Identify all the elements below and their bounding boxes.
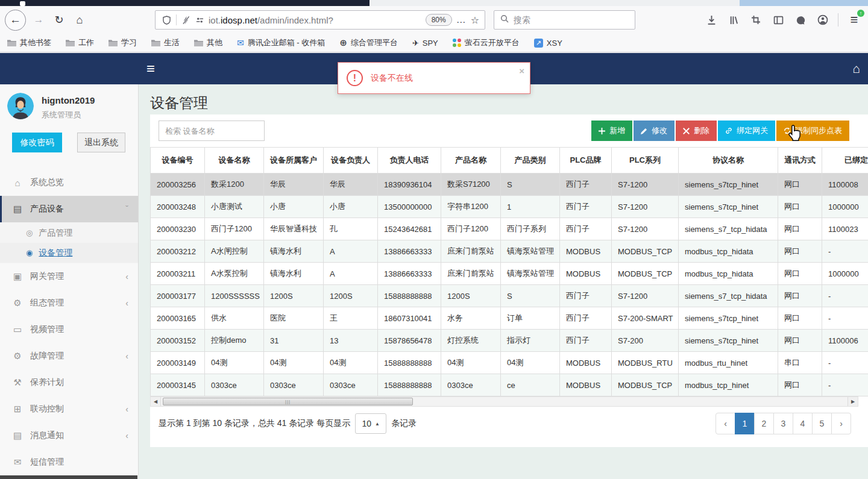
sidebar-toggle-icon[interactable] xyxy=(770,11,787,28)
user-panel: hignton2019 系统管理员 xyxy=(0,84,138,121)
device-search-input[interactable] xyxy=(159,121,265,141)
pagination-page[interactable]: 3 xyxy=(773,413,793,434)
bookmark-item[interactable]: 工作 xyxy=(66,37,94,48)
bookmark-item[interactable]: 萤石云开放平台 xyxy=(453,37,520,48)
sidebar-item[interactable]: ▤产品设备ˇ xyxy=(0,196,138,222)
toolbar-button[interactable]: 新增 xyxy=(591,121,632,141)
refresh-icon xyxy=(784,127,791,134)
table-row[interactable]: 200003165供水医院王18607310041水务订单西门子S7-200-S… xyxy=(151,307,868,330)
zoom-level-badge[interactable]: 80% xyxy=(426,14,452,26)
scroll-right-icon[interactable]: ▶ xyxy=(848,397,858,406)
sidebar-menu: ⌂系统总览▤产品设备ˇ◎产品管理◉设备管理▣网关管理‹⚙组态管理‹▭视频管理⚙故… xyxy=(0,169,138,475)
screenshot-icon[interactable] xyxy=(747,11,764,28)
toolbar-button[interactable]: 修改 xyxy=(634,121,675,141)
sidebar-item[interactable]: ⌂系统总览 xyxy=(0,169,138,196)
pencil-icon xyxy=(641,128,647,134)
page-size-select[interactable]: 10▲ xyxy=(355,413,386,434)
sidebar-collapse-icon[interactable]: ≡ xyxy=(146,61,155,77)
sidebar-item[interactable]: ⚙故障管理‹ xyxy=(0,343,138,369)
bookmark-item[interactable]: ↗XSY xyxy=(534,39,562,48)
bookmark-item[interactable]: 其他 xyxy=(194,37,222,48)
table-row[interactable]: 20000314904测04测04测1588888888804测04测MODBU… xyxy=(151,352,868,374)
change-password-button[interactable]: 修改密码 xyxy=(12,133,62,152)
bookmark-item[interactable]: 生活 xyxy=(151,37,180,48)
chevron-left-icon: ‹ xyxy=(125,431,128,440)
bookmark-item[interactable]: ✈SPY xyxy=(412,39,438,48)
download-icon[interactable] xyxy=(703,11,720,28)
table-cell: MODBUS_RTU xyxy=(612,352,679,374)
browser-search-input[interactable] xyxy=(514,15,610,25)
account-icon[interactable] xyxy=(814,11,831,28)
scroll-left-icon[interactable]: ◀ xyxy=(151,397,161,406)
table-row[interactable]: 200003212A水闸控制镇海水利A13886663333庶来门前泵站镇海泵站… xyxy=(151,240,868,263)
sidebar-item[interactable]: ⚙组态管理‹ xyxy=(0,290,138,316)
horizontal-scrollbar-thumb[interactable] xyxy=(0,475,137,479)
permissions-icon[interactable] xyxy=(195,11,204,28)
pagination-page[interactable]: 5 xyxy=(812,413,832,434)
menu-button[interactable]: ≡↑ xyxy=(845,11,863,29)
toolbar-button[interactable]: 删除 xyxy=(676,121,717,141)
sidebar-item[interactable]: ▤消息通知‹ xyxy=(0,422,138,449)
bookmark-item[interactable]: 学习 xyxy=(108,37,137,48)
sidebar-item[interactable]: ▣网关管理‹ xyxy=(0,263,138,290)
scrollbar-thumb[interactable]: ||| xyxy=(163,398,413,405)
sidebar-subitem[interactable]: ◎产品管理 xyxy=(0,223,138,243)
book-icon: ▤ xyxy=(12,204,23,214)
chevron-left-icon: ‹ xyxy=(125,272,128,281)
bookmark-item[interactable]: ✉腾讯企业邮箱 - 收件箱 xyxy=(237,37,325,48)
pagination-page[interactable]: 1 xyxy=(735,413,755,434)
pagination-page[interactable]: 2 xyxy=(754,413,774,434)
sidebar-item[interactable]: ⊞联动控制‹ xyxy=(0,396,138,422)
pagination-page[interactable]: 4 xyxy=(793,413,813,434)
table-row[interactable]: 200003248小唐测试小唐小唐13500000000字符串12001西门子S… xyxy=(151,196,868,218)
column-header: 通讯方式 xyxy=(778,148,822,174)
browser-home-button[interactable]: ⌂ xyxy=(71,11,89,29)
sidebar-subitem[interactable]: ◉设备管理 xyxy=(0,243,138,263)
reload-button[interactable]: ↻ xyxy=(50,11,68,29)
url-bar[interactable]: iot.idosp.net/admin/index.html? 80% … ☆ xyxy=(155,10,485,30)
page-size-value: 10 xyxy=(362,419,371,428)
close-icon[interactable]: × xyxy=(519,66,524,76)
table-row[interactable]: 200003211A水泵控制镇海水利A13886663333庶来门前泵站镇海泵站… xyxy=(151,263,868,285)
column-header: 协议名称 xyxy=(679,148,778,174)
table-row[interactable]: 200003152控制demo311315878656478灯控系统指示灯西门子… xyxy=(151,330,868,352)
site-home-icon[interactable]: ⌂ xyxy=(852,61,860,76)
table-cell: 15888888888 xyxy=(378,352,441,374)
column-header: 设备编号 xyxy=(151,148,205,174)
table-cell: S7-200 xyxy=(612,330,679,352)
pocket-icon[interactable] xyxy=(792,11,809,28)
table-row[interactable]: 2000031450303ce0303ce0303ce1588888888803… xyxy=(151,374,868,396)
blocked-content-icon[interactable] xyxy=(181,11,190,28)
url-domain: idosp.net xyxy=(221,15,257,25)
logout-button[interactable]: 退出系统 xyxy=(77,133,125,152)
url-text[interactable]: iot.idosp.net/admin/index.html? xyxy=(209,15,421,25)
device-table: 设备编号设备名称设备所属客户设备负责人负责人电话产品名称产品类别PLC品牌PLC… xyxy=(150,147,868,396)
back-button[interactable]: ← xyxy=(5,10,26,31)
browser-search-bar[interactable] xyxy=(494,10,635,30)
forward-button[interactable]: → xyxy=(30,11,48,29)
sidebar-item[interactable]: ⚒保养计划 xyxy=(0,369,138,396)
toolbar-button[interactable]: 强制同步点表 xyxy=(776,121,849,141)
pagination-next[interactable]: › xyxy=(831,413,851,434)
sidebar-item-label: 故障管理 xyxy=(30,351,64,362)
table-horizontal-scrollbar[interactable]: ◀ ||| ▶ xyxy=(150,396,858,407)
bookmark-star-icon[interactable]: ☆ xyxy=(471,14,479,26)
table-cell: 1000000 xyxy=(822,263,868,285)
table-row[interactable]: 200003230西门子1200华辰智通科技孔15243642681西门子120… xyxy=(151,218,868,240)
column-header: 已绑定网关 xyxy=(822,148,868,174)
table-row[interactable]: 2000031771200SSSSSS1200S1200S15888888888… xyxy=(151,285,868,307)
bookmark-item[interactable]: 其他书签 xyxy=(7,37,51,48)
page-actions-icon[interactable]: … xyxy=(456,14,467,25)
shield-icon[interactable] xyxy=(161,11,172,28)
sidebar-item[interactable]: ▭视频管理 xyxy=(0,316,138,343)
sidebar-item[interactable]: ✉短信管理 xyxy=(0,449,138,475)
library-icon[interactable] xyxy=(725,11,742,28)
table-row[interactable]: 200003256数采1200华辰华辰18390936104数采S71200S西… xyxy=(151,174,868,196)
active-tab[interactable] xyxy=(0,0,370,6)
pagination-prev[interactable]: ‹ xyxy=(715,413,735,434)
bookmark-label: 腾讯企业邮箱 - 收件箱 xyxy=(248,37,326,48)
toolbar-button[interactable]: 绑定网关 xyxy=(718,121,775,141)
table-cell: modbus_tcp_hidata xyxy=(679,263,778,285)
table-cell: siemens_s7tcp_hinet xyxy=(679,174,778,196)
bookmark-item[interactable]: ⊕综合管理平台 xyxy=(339,37,398,48)
